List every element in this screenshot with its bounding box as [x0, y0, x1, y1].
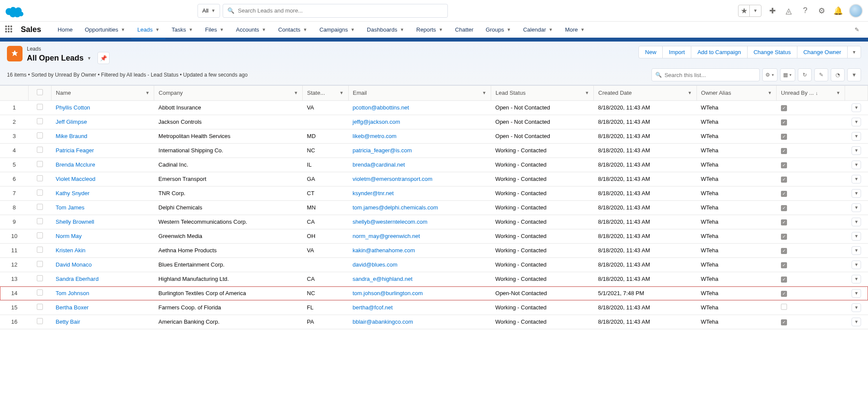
row-actions-dropdown[interactable]: ▼ — [852, 246, 861, 255]
lead-name-link[interactable]: Kathy Snyder — [56, 190, 90, 196]
lead-name-link[interactable]: Jeff Glimpse — [56, 119, 87, 125]
refresh-icon[interactable]: ↻ — [798, 68, 812, 81]
email-link[interactable]: likeb@metro.com — [353, 133, 396, 139]
checkbox-icon[interactable] — [37, 190, 43, 196]
chart-icon[interactable]: ◔ — [831, 68, 845, 81]
row-select[interactable] — [29, 186, 52, 200]
row-select[interactable] — [29, 158, 52, 172]
checkbox-icon[interactable] — [37, 304, 43, 310]
email-link[interactable]: kakin@athenahome.com — [353, 247, 415, 254]
checkbox-icon[interactable] — [37, 232, 43, 238]
nav-item-chatter[interactable]: Chatter — [449, 21, 480, 39]
row-actions-dropdown[interactable]: ▼ — [852, 146, 861, 155]
nav-item-groups[interactable]: Groups▼ — [479, 21, 517, 39]
email-link[interactable]: bertha@fcof.net — [353, 304, 393, 311]
nav-item-contacts[interactable]: Contacts▼ — [272, 21, 313, 39]
nav-item-dashboards[interactable]: Dashboards▼ — [361, 21, 410, 39]
add-to-campaign-button[interactable]: Add to Campaign — [691, 46, 747, 58]
new-button[interactable]: New — [638, 46, 663, 58]
row-actions-dropdown[interactable]: ▼ — [852, 118, 861, 126]
lead-name-link[interactable]: Phyllis Cotton — [56, 104, 90, 111]
row-actions-dropdown[interactable]: ▼ — [852, 260, 861, 269]
email-link[interactable]: pcotton@abbottins.net — [353, 104, 409, 111]
notifications-bell-icon[interactable]: 🔔 — [832, 5, 844, 16]
row-select[interactable] — [29, 100, 52, 115]
nav-item-more[interactable]: More▼ — [559, 21, 591, 39]
col-owner-alias[interactable]: Owner Alias▼ — [696, 86, 777, 100]
row-select[interactable] — [29, 243, 52, 257]
favorites-dropdown-icon[interactable]: ▼ — [750, 5, 761, 16]
nav-item-calendar[interactable]: Calendar▼ — [517, 21, 559, 39]
lead-name-link[interactable]: Patricia Feager — [56, 147, 94, 154]
inline-edit-pencil-icon[interactable]: ✎ — [814, 68, 828, 81]
row-select[interactable] — [29, 300, 52, 315]
lead-name-link[interactable]: Shelly Brownell — [56, 219, 94, 225]
lead-name-link[interactable]: David Monaco — [56, 261, 92, 268]
email-link[interactable]: jeffg@jackson.com — [353, 119, 400, 125]
email-link[interactable]: violetm@emersontransport.com — [353, 176, 432, 182]
email-link[interactable]: shellyb@westerntelecom.com — [353, 219, 428, 225]
checkbox-icon[interactable] — [37, 289, 43, 296]
row-actions-dropdown[interactable]: ▼ — [852, 189, 861, 198]
col-email[interactable]: Email▼ — [348, 86, 491, 100]
col-state[interactable]: State...▼ — [303, 86, 348, 100]
row-select[interactable] — [29, 143, 52, 158]
checkbox-icon[interactable] — [37, 261, 43, 267]
row-select[interactable] — [29, 315, 52, 329]
row-select[interactable] — [29, 129, 52, 143]
row-actions-dropdown[interactable]: ▼ — [852, 218, 861, 226]
app-launcher-icon[interactable] — [5, 26, 14, 34]
col-unread-by-owner[interactable]: Unread By ...↓▼ — [777, 86, 845, 100]
lead-name-link[interactable]: Mike Braund — [56, 133, 87, 139]
email-link[interactable]: bblair@abankingco.com — [353, 318, 413, 325]
row-actions-dropdown[interactable]: ▼ — [852, 103, 861, 112]
pin-list-button[interactable]: 📌 — [97, 52, 110, 64]
edit-nav-pencil-icon[interactable]: ✎ — [851, 26, 863, 33]
list-view-switcher[interactable]: All Open Leads ▼ 📌 — [27, 52, 110, 64]
checkbox-icon[interactable] — [37, 175, 43, 181]
checkbox-icon[interactable] — [37, 218, 43, 224]
checkbox-icon[interactable] — [37, 104, 43, 110]
change-owner-button[interactable]: Change Owner — [797, 46, 848, 58]
user-avatar[interactable] — [849, 4, 863, 18]
email-link[interactable]: patricia_feager@is.com — [353, 147, 412, 154]
lead-name-link[interactable]: Norm May — [56, 233, 82, 239]
email-link[interactable]: sandra_e@highland.net — [353, 276, 412, 282]
email-link[interactable]: tom.james@delphi.chemicals.com — [353, 204, 438, 211]
nav-item-opportunities[interactable]: Opportunities▼ — [79, 21, 131, 39]
email-link[interactable]: david@blues.com — [353, 261, 398, 268]
row-actions-dropdown[interactable]: ▼ — [852, 132, 861, 141]
lead-name-link[interactable]: Betty Bair — [56, 318, 80, 325]
star-icon[interactable]: ★ — [738, 5, 750, 16]
more-actions-dropdown[interactable]: ▼ — [847, 46, 861, 58]
nav-item-tasks[interactable]: Tasks▼ — [165, 21, 199, 39]
row-select[interactable] — [29, 272, 52, 286]
nav-item-home[interactable]: Home — [52, 21, 79, 39]
row-select[interactable] — [29, 257, 52, 272]
checkbox-icon[interactable] — [37, 318, 43, 324]
checkbox-icon[interactable] — [37, 118, 43, 124]
list-settings-gear-icon[interactable]: ⚙▼ — [762, 68, 777, 81]
lead-name-link[interactable]: Bertha Boxer — [56, 304, 89, 311]
nav-item-reports[interactable]: Reports▼ — [410, 21, 449, 39]
row-select[interactable] — [29, 286, 52, 300]
row-select[interactable] — [29, 229, 52, 243]
filter-icon[interactable]: ▼ — [847, 68, 861, 81]
setup-gear-icon[interactable]: ⚙ — [816, 5, 827, 16]
row-actions-dropdown[interactable]: ▼ — [852, 275, 861, 283]
nav-item-files[interactable]: Files▼ — [199, 21, 230, 39]
row-actions-dropdown[interactable]: ▼ — [852, 232, 861, 241]
col-company[interactable]: Company▼ — [154, 86, 303, 100]
nav-item-accounts[interactable]: Accounts▼ — [230, 21, 272, 39]
row-actions-dropdown[interactable]: ▼ — [852, 203, 861, 212]
salesforce-logo[interactable] — [5, 4, 24, 17]
lead-name-link[interactable]: Tom Johnson — [56, 290, 89, 296]
search-box[interactable]: 🔍 — [223, 4, 448, 18]
list-search-box[interactable]: 🔍 — [651, 68, 760, 81]
checkbox-icon[interactable] — [37, 247, 43, 253]
help-icon[interactable]: ? — [800, 5, 811, 16]
row-select[interactable] — [29, 215, 52, 229]
col-lead-status[interactable]: Lead Status▼ — [491, 86, 594, 100]
lead-name-link[interactable]: Tom James — [56, 204, 84, 211]
email-link[interactable]: ksynder@tnr.net — [353, 190, 394, 196]
